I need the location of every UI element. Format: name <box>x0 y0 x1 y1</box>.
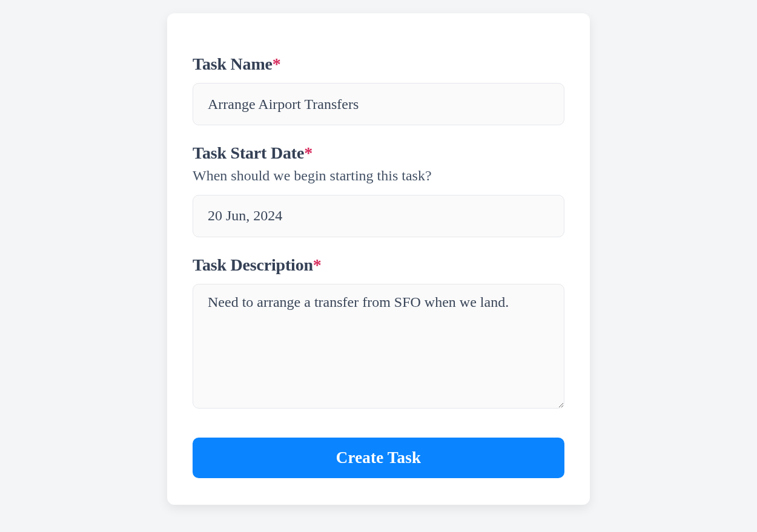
task-description-label-row: Task Description* <box>193 254 564 275</box>
task-start-date-help: When should we begin starting this task? <box>193 166 564 186</box>
task-description-textarea[interactable] <box>193 284 564 409</box>
task-start-date-group: Task Start Date* When should we begin st… <box>193 142 564 237</box>
required-marker: * <box>273 54 281 73</box>
task-name-label: Task Name <box>193 54 273 73</box>
required-marker: * <box>313 255 322 274</box>
task-description-label: Task Description <box>193 255 313 274</box>
task-description-group: Task Description* <box>193 254 564 411</box>
create-task-button[interactable]: Create Task <box>193 438 564 478</box>
task-start-date-label: Task Start Date <box>193 143 304 162</box>
task-start-date-input[interactable] <box>193 195 564 237</box>
task-start-date-label-row: Task Start Date* <box>193 142 564 163</box>
task-name-label-row: Task Name* <box>193 53 564 74</box>
required-marker: * <box>304 143 312 162</box>
task-name-input[interactable] <box>193 83 564 125</box>
task-name-group: Task Name* <box>193 53 564 125</box>
create-task-form-card: Task Name* Task Start Date* When should … <box>167 13 590 505</box>
